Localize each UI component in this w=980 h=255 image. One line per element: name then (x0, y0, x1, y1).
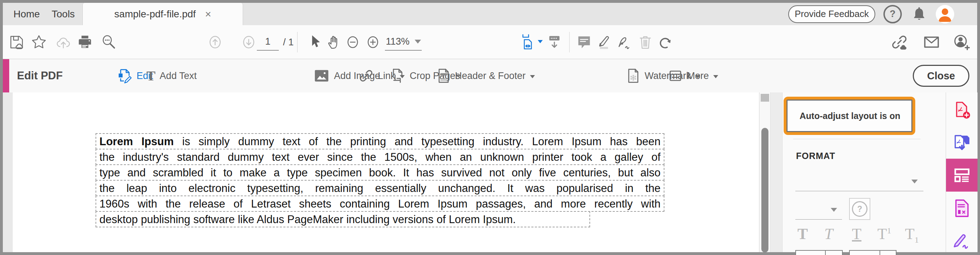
text-line[interactable]: type and scrambled it to make a type spe… (95, 164, 664, 181)
highlight-icon[interactable] (596, 34, 612, 50)
caret-down-icon (713, 75, 718, 78)
header-footer-button[interactable]: Header & Footer (437, 68, 535, 84)
zoom-in-icon[interactable] (365, 33, 381, 51)
close-tab-icon[interactable]: × (205, 8, 211, 20)
fill-sign-icon[interactable] (616, 34, 633, 50)
text-line-bold: Lorem Ipsum (99, 135, 174, 148)
more-list-icon (668, 69, 683, 83)
edit-pdf-accent-bar (3, 59, 9, 92)
menu-home[interactable]: Home (13, 8, 40, 20)
print-icon[interactable] (77, 34, 93, 50)
text-line[interactable]: 1960s with the release of Letraset sheet… (95, 196, 664, 212)
page-number-input[interactable]: 1 (257, 33, 279, 51)
cloud-upload-icon[interactable] (55, 34, 72, 50)
italic-button[interactable]: T (824, 226, 833, 242)
add-text-label: Add Text (159, 70, 197, 81)
zoom-out-icon[interactable] (345, 33, 361, 51)
superscript-button[interactable]: T1 (877, 226, 891, 242)
acrobat-window: Home Tools sample-pdf-file.pdf × Provide… (0, 0, 980, 255)
edit-pdf-panel: Auto-adjust layout is on FORMAT ? (782, 92, 946, 252)
caret-down-icon (415, 40, 421, 43)
create-pdf-icon[interactable] (952, 101, 972, 121)
caret-down-icon (912, 180, 918, 183)
more-label: More (687, 70, 709, 81)
previous-page-icon[interactable] (207, 33, 223, 51)
caret-down-icon[interactable] (538, 40, 543, 43)
underline-button[interactable]: T (852, 226, 861, 242)
page-number-value: 1 (265, 36, 270, 47)
edit-pdf-panel-icon (953, 166, 971, 185)
search-icon[interactable] (100, 34, 117, 50)
document-tab-label: sample-pdf-file.pdf (114, 8, 196, 20)
auto-adjust-highlight-box: Auto-adjust layout is on (784, 97, 915, 135)
font-size-dropdown[interactable] (795, 202, 842, 220)
star-favorite-icon[interactable] (31, 34, 47, 50)
text-line[interactable]: the leap into electronic typesetting, re… (95, 180, 664, 196)
delete-trash-icon[interactable] (637, 34, 654, 50)
caret-down-icon (831, 208, 837, 212)
caret-down-icon (530, 75, 535, 78)
text-line-text: is simply dummy text of the printing and… (174, 135, 660, 148)
document-tab[interactable]: sample-pdf-file.pdf × (83, 3, 243, 26)
scrollbar-thumb[interactable] (761, 128, 768, 252)
help-icon[interactable]: ? (883, 5, 902, 23)
scrollbar-top-button[interactable] (760, 94, 769, 102)
fill-sign-tool-icon[interactable] (952, 231, 972, 251)
comment-icon[interactable] (576, 34, 592, 50)
notifications-bell-icon[interactable] (911, 6, 928, 23)
link-chain-icon (359, 69, 374, 83)
zoom-level-value: 113% (386, 36, 409, 47)
question-icon: ? (852, 201, 867, 217)
edit-pdf-tool-active[interactable] (946, 159, 977, 191)
export-pdf-icon[interactable] (952, 134, 972, 154)
account-avatar[interactable] (936, 5, 954, 23)
spacing-control-clipped[interactable] (849, 250, 897, 255)
close-edit-pdf-button[interactable]: Close (913, 65, 969, 87)
auto-adjust-setting[interactable]: Auto-adjust layout is on (786, 99, 912, 132)
provide-feedback-label: Provide Feedback (795, 8, 869, 19)
text-line-text: desktop publishing software like Aldus P… (99, 213, 516, 226)
next-page-icon[interactable] (240, 33, 257, 51)
font-family-dropdown[interactable] (795, 174, 923, 191)
share-link-icon[interactable] (891, 33, 909, 51)
scrollbar-gutter (759, 92, 782, 252)
auto-adjust-label: Auto-adjust layout is on (800, 111, 900, 121)
redo-icon[interactable] (657, 34, 673, 50)
select-tool-icon[interactable] (306, 34, 323, 50)
add-text-button[interactable]: T Add Text (146, 69, 197, 83)
more-button[interactable]: More (668, 69, 718, 83)
help-glyph: ? (890, 8, 896, 19)
toolbar-divider (569, 32, 570, 53)
invite-people-icon[interactable] (953, 33, 971, 51)
zoom-level-dropdown[interactable]: 113% (385, 33, 422, 51)
text-line[interactable]: the industry's standard dummy text ever … (95, 149, 664, 165)
main-toolbar: 1 / 1 113% (3, 25, 977, 59)
menu-tools[interactable]: Tools (52, 8, 75, 20)
hand-tool-icon[interactable] (325, 34, 341, 50)
text-line[interactable]: desktop publishing software like Aldus P… (95, 211, 590, 227)
forms-icon[interactable] (953, 199, 971, 219)
edit-pdf-toolbar: Edit PDF Edit T Add Text Add Image (3, 59, 977, 93)
text-line[interactable]: Lorem Ipsum is simply dummy text of the … (95, 133, 664, 150)
email-icon[interactable] (923, 34, 940, 50)
save-icon[interactable] (8, 34, 25, 50)
question-glyph: ? (857, 204, 862, 214)
text-line-text: the industry's standard dummy text ever … (99, 151, 660, 163)
toolbar-divider (297, 32, 298, 53)
fit-width-icon[interactable] (520, 33, 537, 51)
edit-document-icon (117, 68, 132, 84)
provide-feedback-button[interactable]: Provide Feedback (788, 5, 875, 23)
watermark-icon (626, 68, 640, 84)
subscript-button[interactable]: T1 (905, 226, 919, 244)
text-line-text: the leap into electronic typesetting, re… (99, 182, 660, 194)
bold-button[interactable]: T (797, 226, 808, 242)
page-total-label: / 1 (283, 37, 294, 48)
alignment-control-clipped[interactable] (795, 250, 843, 255)
text-line-text: type and scrambled it to make a type spe… (99, 166, 660, 179)
tools-sidebar (946, 92, 977, 252)
window-inner: Home Tools sample-pdf-file.pdf × Provide… (3, 3, 977, 252)
format-help-button[interactable]: ? (849, 198, 870, 220)
vertical-scrollbar[interactable] (759, 92, 770, 252)
read-mode-icon[interactable] (546, 34, 563, 50)
crop-pages-icon (390, 68, 406, 84)
